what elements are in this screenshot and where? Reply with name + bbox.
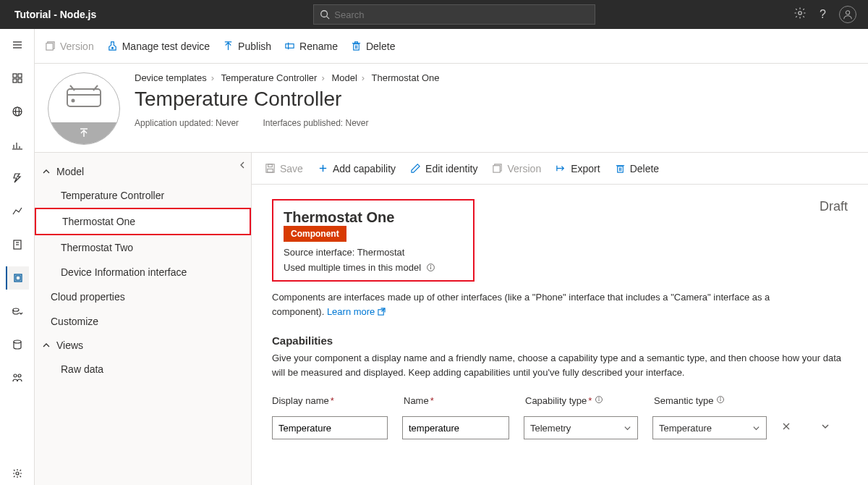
breadcrumb-item[interactable]: Device templates bbox=[135, 72, 207, 83]
svg-point-42 bbox=[72, 100, 75, 102]
rail-globe-icon[interactable] bbox=[6, 100, 29, 123]
svg-rect-7 bbox=[13, 74, 17, 77]
version-detail-button[interactable]: Version bbox=[492, 163, 541, 174]
component-header-box: Thermostat One Component Source interfac… bbox=[272, 199, 475, 282]
delete-detail-button[interactable]: Delete bbox=[615, 163, 659, 174]
remove-row-icon[interactable] bbox=[781, 421, 791, 434]
svg-rect-50 bbox=[493, 166, 500, 172]
rail-jobs-icon[interactable] bbox=[6, 233, 29, 256]
left-rail bbox=[0, 29, 35, 485]
svg-rect-47 bbox=[268, 169, 273, 172]
rail-export-icon[interactable] bbox=[6, 300, 29, 323]
svg-rect-53 bbox=[617, 166, 623, 172]
model-group[interactable]: Model bbox=[35, 160, 251, 183]
export-button[interactable]: Export bbox=[556, 163, 600, 174]
views-group[interactable]: Views bbox=[35, 334, 251, 357]
template-icon bbox=[48, 72, 120, 145]
component-title: Thermostat One bbox=[284, 209, 394, 226]
model-nav: Model Temperature Controller Thermostat … bbox=[35, 153, 252, 485]
rail-admin-icon[interactable] bbox=[6, 366, 29, 389]
meta-published: Interfaces published: Never bbox=[263, 118, 368, 128]
chevron-down-icon bbox=[752, 424, 760, 432]
rail-analytics-icon[interactable] bbox=[6, 200, 29, 223]
rail-settings-icon[interactable] bbox=[6, 462, 29, 485]
detail-command-bar: Save Add capability Edit identity Versio… bbox=[252, 153, 868, 185]
svg-rect-34 bbox=[354, 44, 359, 50]
nav-item-cloud-properties[interactable]: Cloud properties bbox=[35, 284, 251, 309]
status-badge: Draft bbox=[820, 199, 848, 214]
svg-rect-32 bbox=[286, 44, 294, 48]
svg-point-3 bbox=[846, 11, 849, 14]
used-multiple: Used multiple times in this model bbox=[284, 262, 463, 273]
nav-item-thermostat-one[interactable]: Thermostat One bbox=[35, 208, 251, 235]
help-icon[interactable]: ? bbox=[820, 8, 826, 21]
settings-icon[interactable] bbox=[793, 7, 807, 22]
publish-button[interactable]: Publish bbox=[223, 41, 271, 52]
svg-point-63 bbox=[599, 397, 600, 398]
svg-point-2 bbox=[799, 12, 802, 15]
rail-storage-icon[interactable] bbox=[6, 333, 29, 356]
component-badge: Component bbox=[284, 226, 346, 242]
search-input[interactable] bbox=[334, 9, 589, 20]
search-box[interactable] bbox=[313, 4, 595, 25]
svg-rect-10 bbox=[18, 79, 22, 83]
search-icon bbox=[320, 9, 330, 20]
capability-row: Telemetry Temperature bbox=[272, 416, 848, 439]
capability-type-select[interactable]: Telemetry bbox=[524, 416, 638, 439]
component-description: Components are interfaces made up of oth… bbox=[272, 290, 822, 319]
name-input[interactable] bbox=[402, 416, 509, 439]
page-title: Temperature Controller bbox=[135, 88, 855, 111]
svg-point-0 bbox=[321, 11, 328, 17]
col-semantic-type: Semantic type bbox=[654, 395, 768, 406]
svg-point-24 bbox=[14, 340, 21, 343]
edit-identity-button[interactable]: Edit identity bbox=[410, 163, 477, 174]
add-capability-button[interactable]: Add capability bbox=[318, 163, 396, 174]
chevron-up-icon bbox=[42, 167, 51, 176]
capabilities-description: Give your component a display name and a… bbox=[272, 351, 843, 379]
nav-item-temperature-controller[interactable]: Temperature Controller bbox=[35, 183, 251, 208]
svg-rect-8 bbox=[18, 74, 22, 77]
svg-point-26 bbox=[18, 374, 21, 377]
save-button[interactable]: Save bbox=[265, 163, 303, 174]
source-interface: Source interface: Thermostat bbox=[284, 247, 463, 258]
nav-item-customize[interactable]: Customize bbox=[35, 309, 251, 334]
breadcrumb-item[interactable]: Model bbox=[331, 72, 357, 83]
rail-rules-icon[interactable] bbox=[6, 166, 29, 190]
semantic-type-select[interactable]: Temperature bbox=[652, 416, 767, 439]
rail-dashboard-icon[interactable] bbox=[6, 67, 29, 90]
chevron-down-icon bbox=[624, 424, 631, 432]
hamburger-icon[interactable] bbox=[6, 33, 29, 56]
collapse-icon[interactable] bbox=[238, 160, 247, 172]
svg-point-23 bbox=[13, 308, 19, 311]
device-icon bbox=[64, 82, 103, 111]
rail-templates-icon[interactable] bbox=[6, 266, 29, 290]
expand-row-icon[interactable] bbox=[820, 421, 830, 434]
account-avatar[interactable] bbox=[839, 6, 856, 23]
upload-icon bbox=[78, 127, 90, 139]
display-name-input[interactable] bbox=[272, 416, 388, 439]
svg-rect-46 bbox=[268, 164, 273, 167]
svg-point-29 bbox=[111, 47, 113, 48]
info-icon[interactable] bbox=[595, 395, 603, 404]
svg-rect-9 bbox=[13, 79, 17, 83]
col-capability-type: Capability type* bbox=[525, 395, 639, 406]
delete-button[interactable]: Delete bbox=[351, 41, 395, 52]
meta-updated: Application updated: Never bbox=[135, 118, 239, 128]
svg-point-27 bbox=[16, 472, 19, 475]
col-name: Name* bbox=[404, 395, 511, 406]
info-icon[interactable] bbox=[716, 395, 725, 404]
nav-item-thermostat-two[interactable]: Thermostat Two bbox=[35, 235, 251, 260]
version-button[interactable]: Version bbox=[45, 41, 94, 52]
capabilities-heading: Capabilities bbox=[272, 334, 848, 347]
manage-test-device-button[interactable]: Manage test device bbox=[107, 41, 210, 52]
info-icon[interactable] bbox=[426, 263, 435, 272]
nav-item-device-information[interactable]: Device Information interface bbox=[35, 260, 251, 284]
app-title: Tutorial - Node.js bbox=[7, 9, 96, 20]
nav-item-raw-data[interactable]: Raw data bbox=[35, 357, 251, 381]
rename-button[interactable]: Rename bbox=[284, 41, 338, 52]
svg-rect-22 bbox=[16, 276, 20, 280]
rail-chart-icon[interactable] bbox=[6, 133, 29, 156]
breadcrumb: Device templates› Temperature Controller… bbox=[135, 72, 855, 83]
learn-more-link[interactable]: Learn more bbox=[327, 306, 386, 317]
breadcrumb-item[interactable]: Temperature Controller bbox=[221, 72, 317, 83]
